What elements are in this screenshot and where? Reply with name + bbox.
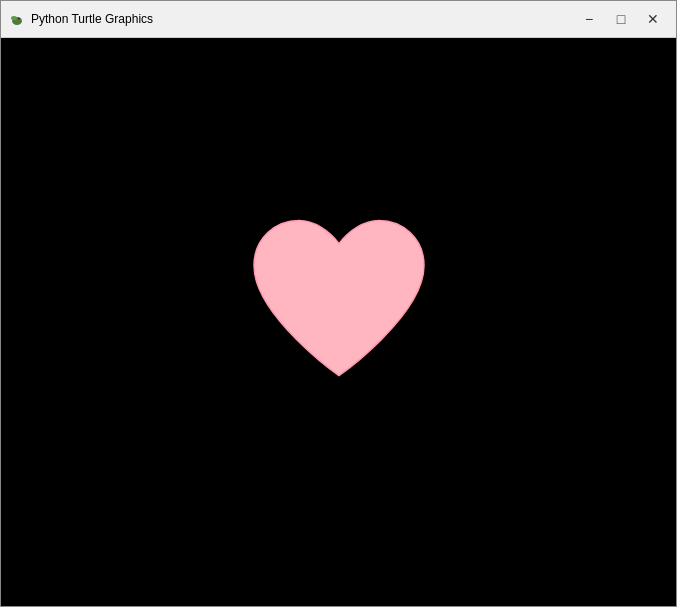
minimize-button[interactable]: − [574,5,604,33]
maximize-button[interactable]: □ [606,5,636,33]
heart-shape [234,206,444,396]
window-title: Python Turtle Graphics [31,12,574,26]
close-button[interactable]: ✕ [638,5,668,33]
heart-container [234,206,444,400]
svg-point-3 [18,18,20,20]
window-controls: − □ ✕ [574,5,668,33]
app-icon [9,11,25,27]
turtle-canvas [1,38,676,606]
window: Python Turtle Graphics − □ ✕ [0,0,677,607]
svg-point-1 [11,16,17,20]
title-bar: Python Turtle Graphics − □ ✕ [1,1,676,38]
